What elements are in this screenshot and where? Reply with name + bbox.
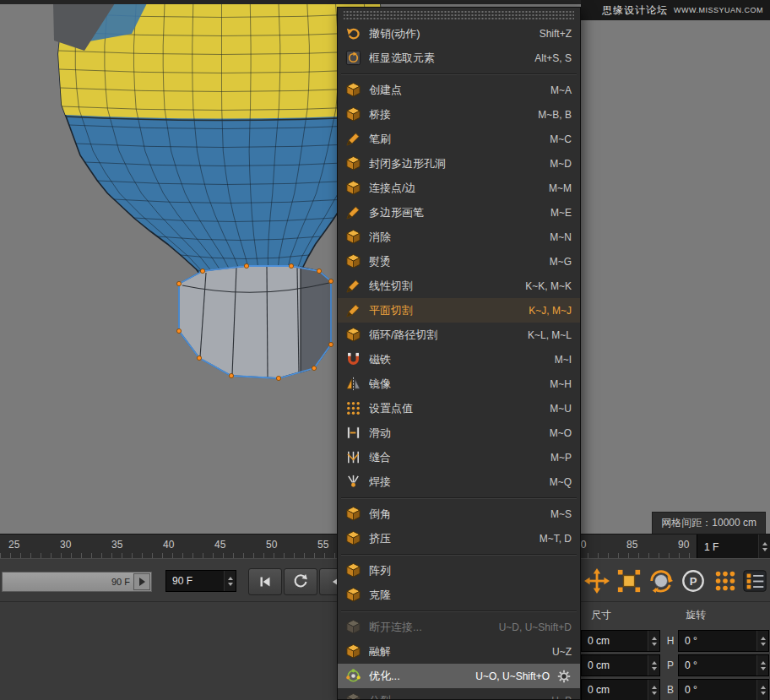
stitch-and-sew-icon <box>344 449 361 466</box>
menu-item-shortcut: M~N <box>550 231 572 243</box>
iron-icon <box>344 253 361 270</box>
range-end-label: 90 F <box>111 577 133 587</box>
watermark-site-url: WWW.MISSYUAN.COM <box>674 6 763 14</box>
c4d-application-window: 思缘设计论坛 WWW.MISSYUAN.COM 网格间距：10000 cm 25… <box>0 0 770 700</box>
end-frame-field[interactable]: 90 F <box>165 570 236 592</box>
menu-item-label: 熨烫 <box>369 254 540 269</box>
menu-item-polygon-pen[interactable]: 多边形画笔M~E <box>338 200 580 225</box>
rotation-h-spinner[interactable] <box>756 631 768 651</box>
ruler-tick-label: 45 <box>214 539 225 551</box>
menu-item-melt[interactable]: 融解U~Z <box>338 639 580 664</box>
menu-item-connect-points-edges[interactable]: 连接点/边M~M <box>338 176 580 200</box>
timeline-panel-button[interactable] <box>741 567 768 595</box>
rotate-tool-button[interactable] <box>647 567 675 595</box>
rotation-b-value: 0 ° <box>679 680 756 700</box>
menu-item-brush[interactable]: 笔刷M~C <box>338 127 580 151</box>
rotation-p-field[interactable]: 0 ° <box>678 654 769 676</box>
grid-spacing-readout: 网格间距：10000 cm <box>652 512 766 534</box>
menu-item-extrude[interactable]: 挤压M~T, D <box>338 526 580 551</box>
extrude-icon <box>344 530 361 547</box>
plane-cut-icon <box>344 302 361 319</box>
dissolve-icon <box>344 229 361 246</box>
menu-item-label: 创建点 <box>369 83 540 98</box>
menu-separator <box>338 607 580 615</box>
menu-item-stitch-and-sew[interactable]: 缝合M~P <box>338 445 580 469</box>
menu-item-clone[interactable]: 克隆 <box>338 583 580 607</box>
menu-item-bridge[interactable]: 桥接M~B, B <box>338 102 580 127</box>
end-frame-spinner[interactable] <box>224 571 236 591</box>
rotation-b-field[interactable]: 0 ° <box>678 679 769 700</box>
rotation-column-header: 旋转 <box>686 608 706 622</box>
menu-item-slide[interactable]: 滑动M~O <box>338 421 580 445</box>
current-frame-field[interactable]: 1 F <box>697 534 770 559</box>
size-y-field[interactable]: 0 cm <box>581 654 660 676</box>
menu-item-create-point[interactable]: 创建点M~A <box>338 78 580 102</box>
ruler-tick-label: 55 <box>317 539 328 551</box>
menu-item-magnet[interactable]: 磁铁M~I <box>338 347 580 372</box>
line-cut-icon <box>344 278 361 295</box>
basket-mesh[interactable] <box>176 263 333 380</box>
size-z-field[interactable]: 0 cm <box>581 679 660 700</box>
menu-item-loop-path-cut[interactable]: 循环/路径切割K~L, M~L <box>338 323 580 347</box>
menu-item-mirror[interactable]: 镜像M~H <box>338 372 580 396</box>
menu-item-label: 循环/路径切割 <box>369 328 518 343</box>
menu-separator <box>338 70 580 78</box>
rotation-h-value: 0 ° <box>679 631 756 651</box>
size-x-spinner[interactable] <box>648 631 659 651</box>
viewport-3d[interactable] <box>34 3 388 402</box>
range-slider-handle-button[interactable] <box>133 573 150 590</box>
menu-item-shortcut: M~P <box>550 452 572 464</box>
menu-item-undo-action[interactable]: 撤销(动作)Shift+Z <box>338 21 580 46</box>
menu-item-plane-cut[interactable]: 平面切割K~J, M~J <box>338 298 580 323</box>
ruler-tick-label: 50 <box>266 539 277 551</box>
settings-gear-icon[interactable] <box>556 669 572 684</box>
rotation-b-spinner[interactable] <box>756 680 768 700</box>
scale-tool-button[interactable] <box>615 567 643 595</box>
go-to-start-icon <box>256 572 274 591</box>
menu-item-set-point-value[interactable]: 设置点值M~U <box>338 396 580 421</box>
menu-item-label: 笔刷 <box>369 132 540 147</box>
menu-item-iron[interactable]: 熨烫M~G <box>338 249 580 274</box>
loop-path-cut-icon <box>344 327 361 344</box>
set-point-value-icon <box>344 400 361 417</box>
size-x-field[interactable]: 0 cm <box>581 630 660 652</box>
rotation-p-spinner[interactable] <box>756 655 768 676</box>
play-backwards-icon <box>291 572 310 591</box>
menu-item-array[interactable]: 阵列 <box>338 558 580 583</box>
disconnect-icon <box>344 619 361 636</box>
menu-item-shortcut: U~O, U~Shift+O <box>475 670 550 682</box>
go-to-start-button[interactable] <box>248 568 282 595</box>
rotation-h-field[interactable]: 0 ° <box>678 630 769 652</box>
menu-item-shortcut: M~I <box>555 354 572 366</box>
rotate-icon <box>648 568 674 594</box>
size-y-spinner[interactable] <box>648 655 659 676</box>
menu-item-label: 框显选取元素 <box>369 51 524 66</box>
menu-item-label: 缝合 <box>369 450 540 465</box>
coordinate-system-button[interactable] <box>679 567 708 595</box>
menu-item-optimize[interactable]: 优化...U~O, U~Shift+O <box>338 664 580 688</box>
size-z-spinner[interactable] <box>648 680 659 700</box>
current-frame-spinner[interactable] <box>758 534 770 559</box>
timeline-range-slider[interactable]: 90 F <box>2 572 152 592</box>
menu-item-weld[interactable]: 焊接M~Q <box>338 469 580 494</box>
snap-settings-button[interactable] <box>711 567 740 595</box>
ruler-tick-label: 30 <box>60 539 71 551</box>
menu-item-line-cut[interactable]: 线性切割K~K, M~K <box>338 274 580 298</box>
menu-item-close-polygon-hole[interactable]: 封闭多边形孔洞M~D <box>338 151 580 176</box>
menu-item-shortcut: M~H <box>550 378 572 390</box>
play-backwards-button[interactable] <box>284 568 317 595</box>
menu-item-frame-selected-elements[interactable]: 框显选取元素Alt+S, S <box>338 46 580 70</box>
balloon-model[interactable] <box>58 3 385 295</box>
frame-selected-elements-icon <box>344 50 361 67</box>
context-menu-list: 撤销(动作)Shift+Z框显选取元素Alt+S, S创建点M~A桥接M~B, … <box>338 8 580 700</box>
menu-item-dissolve[interactable]: 消除M~N <box>338 225 580 249</box>
rotation-p-value: 0 ° <box>679 655 756 676</box>
brush-icon <box>344 131 361 148</box>
current-frame-value: 1 F <box>697 534 758 559</box>
undo-action-icon <box>344 25 361 42</box>
move-tool-button[interactable] <box>583 567 611 595</box>
mirror-icon <box>344 376 361 393</box>
menu-item-bevel[interactable]: 倒角M~S <box>338 502 580 526</box>
menu-item-label: 消除 <box>369 230 540 245</box>
menu-drag-handle[interactable] <box>344 11 574 19</box>
